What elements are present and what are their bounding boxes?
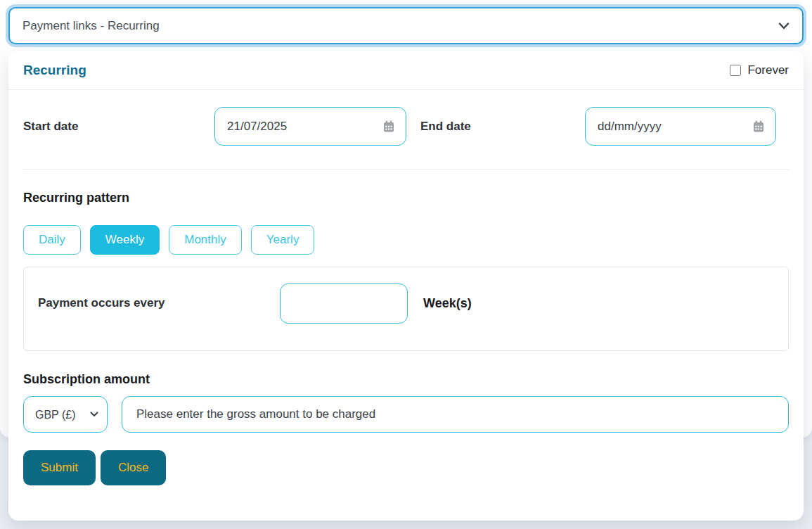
subscription-amount-heading: Subscription amount [23, 372, 789, 387]
start-date-label: Start date [23, 120, 214, 134]
forever-checkbox[interactable] [730, 65, 741, 76]
pattern-button-group: Daily Weekly Monthly Yearly [23, 225, 789, 255]
forever-label: Forever [747, 63, 789, 77]
dates-row: Start date End date [8, 90, 804, 146]
currency-select[interactable]: GBP (£) [23, 396, 108, 433]
gross-amount-input[interactable] [122, 396, 789, 433]
end-date-input[interactable] [596, 119, 752, 134]
pattern-button-monthly[interactable]: Monthly [169, 225, 242, 255]
pattern-button-daily[interactable]: Daily [23, 225, 81, 255]
pattern-button-yearly[interactable]: Yearly [251, 225, 315, 255]
submit-button[interactable]: Submit [23, 450, 96, 485]
occurrence-interval-input[interactable] [280, 283, 408, 324]
recurring-pattern-heading: Recurring pattern [23, 191, 789, 205]
payment-type-select[interactable]: Payment links - Recurring [8, 7, 804, 44]
currency-combobox: GBP (£) [23, 396, 108, 433]
action-buttons: Submit Close [23, 450, 789, 485]
panel-header: Recurring Forever [8, 51, 804, 90]
occurrence-unit-label: Week(s) [423, 296, 472, 311]
recurring-panel: Recurring Forever Start date [8, 51, 804, 521]
forever-option[interactable]: Forever [730, 63, 789, 77]
calendar-icon[interactable] [382, 120, 395, 133]
pattern-button-weekly[interactable]: Weekly [90, 225, 160, 255]
close-button[interactable]: Close [101, 450, 166, 485]
start-date-field [214, 107, 406, 146]
start-date-input[interactable] [226, 119, 382, 134]
calendar-icon[interactable] [752, 120, 765, 133]
payment-type-combobox: Payment links - Recurring [8, 7, 804, 44]
occurrence-label: Payment occurs every [38, 296, 280, 310]
divider [23, 169, 789, 170]
occurrence-box: Payment occurs every Week(s) [23, 267, 789, 351]
panel-title: Recurring [23, 63, 86, 78]
end-date-label: End date [406, 120, 585, 134]
amount-row: GBP (£) [23, 396, 789, 433]
end-date-field [585, 107, 776, 146]
